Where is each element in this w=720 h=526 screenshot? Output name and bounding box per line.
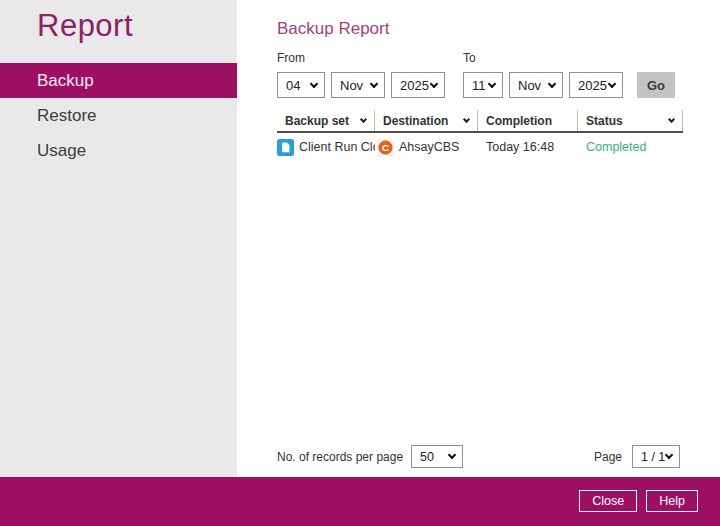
- backup-set-cell: Client Run Clo...: [277, 139, 375, 156]
- go-button[interactable]: Go: [637, 72, 675, 98]
- chevron-down-icon: [665, 451, 673, 459]
- records-per-page-select[interactable]: 50: [411, 445, 463, 468]
- to-day-select[interactable]: 11: [463, 72, 503, 98]
- svg-text:C: C: [382, 142, 389, 153]
- from-year-value: 2025: [400, 78, 429, 93]
- report-window: Report Backup Restore Usage Backup Repor…: [0, 0, 720, 526]
- page-value: 1 / 1: [641, 450, 665, 464]
- file-document-icon: [277, 139, 294, 156]
- from-month-select[interactable]: Nov: [331, 72, 385, 98]
- chevron-down-icon: [360, 115, 367, 122]
- to-year-value: 2025: [578, 78, 607, 93]
- completion-time: Today 16:48: [486, 140, 554, 154]
- date-filter-row: 04 Nov 2025 11 Nov 2025: [277, 72, 675, 98]
- page-label: Page: [594, 450, 622, 464]
- ahsaycbs-icon: C: [377, 139, 394, 156]
- column-header-destination[interactable]: Destination: [375, 110, 478, 131]
- sidebar-item-restore[interactable]: Restore: [0, 98, 237, 133]
- column-header-backup-set[interactable]: Backup set: [277, 110, 375, 131]
- column-header-completion: Completion: [478, 110, 578, 131]
- column-label: Completion: [486, 114, 552, 128]
- destination-cell: C AhsayCBS: [375, 139, 478, 156]
- status-cell: Completed: [578, 140, 683, 154]
- from-month-value: Nov: [340, 78, 363, 93]
- page-select[interactable]: 1 / 1: [632, 445, 680, 468]
- chevron-down-icon: [488, 79, 496, 87]
- sidebar-menu: Backup Restore Usage: [0, 63, 237, 168]
- sidebar-item-label: Backup: [37, 71, 94, 90]
- report-table: Backup set Destination Completion Status: [277, 110, 683, 159]
- chevron-down-icon: [608, 79, 616, 87]
- from-label: From: [277, 51, 305, 65]
- chevron-down-icon: [548, 79, 556, 87]
- table-header: Backup set Destination Completion Status: [277, 110, 683, 133]
- chevron-down-icon: [463, 115, 470, 122]
- column-header-status[interactable]: Status: [578, 110, 683, 131]
- main-panel: Backup Report From To 04 Nov 2025 11 Nov: [237, 0, 720, 477]
- help-button[interactable]: Help: [646, 490, 698, 512]
- chevron-down-icon: [668, 115, 675, 122]
- column-label: Destination: [383, 114, 448, 128]
- to-month-select[interactable]: Nov: [509, 72, 563, 98]
- sidebar-item-usage[interactable]: Usage: [0, 133, 237, 168]
- chevron-down-icon: [430, 79, 438, 87]
- sidebar-item-label: Usage: [37, 141, 86, 160]
- status-badge: Completed: [586, 140, 646, 154]
- records-per-page-control: No. of records per page 50: [277, 445, 463, 468]
- sidebar: Report Backup Restore Usage: [0, 0, 237, 477]
- footer-buttons: Close Help: [579, 490, 698, 512]
- to-month-value: Nov: [518, 78, 541, 93]
- footer-bar: Close Help: [0, 477, 720, 526]
- section-heading: Backup Report: [277, 19, 389, 39]
- destination-name: AhsayCBS: [399, 140, 459, 154]
- to-day-value: 11: [472, 78, 486, 93]
- chevron-down-icon: [448, 451, 456, 459]
- column-label: Status: [586, 114, 623, 128]
- chevron-down-icon: [370, 79, 378, 87]
- sidebar-item-label: Restore: [37, 106, 97, 125]
- table-row[interactable]: Client Run Clo... C AhsayCBS Today 16:48…: [277, 135, 683, 159]
- completion-cell: Today 16:48: [478, 140, 578, 154]
- records-per-page-label: No. of records per page: [277, 450, 403, 464]
- chevron-down-icon: [310, 79, 318, 87]
- backup-set-name: Client Run Clo...: [299, 140, 375, 154]
- column-label: Backup set: [285, 114, 349, 128]
- from-year-select[interactable]: 2025: [391, 72, 445, 98]
- to-year-select[interactable]: 2025: [569, 72, 623, 98]
- from-day-value: 04: [286, 78, 300, 93]
- page-title: Report: [37, 8, 237, 44]
- close-button[interactable]: Close: [579, 490, 637, 512]
- sidebar-item-backup[interactable]: Backup: [0, 63, 237, 98]
- from-day-select[interactable]: 04: [277, 72, 325, 98]
- page-control: Page 1 / 1: [594, 445, 680, 468]
- to-label: To: [463, 51, 476, 65]
- records-per-page-value: 50: [420, 450, 434, 464]
